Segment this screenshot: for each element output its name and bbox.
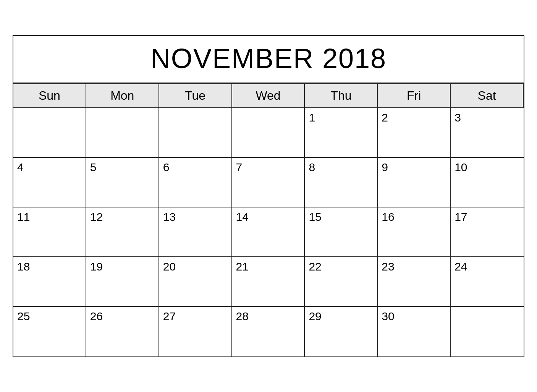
table-row: 4 bbox=[13, 158, 86, 207]
table-row: 13 bbox=[159, 207, 232, 257]
table-row: 2 bbox=[378, 108, 451, 158]
calendar-title: NOVEMBER 2018 bbox=[13, 36, 524, 83]
table-row bbox=[159, 108, 232, 158]
table-row: 12 bbox=[86, 207, 159, 257]
table-row: 28 bbox=[232, 307, 305, 356]
table-row: 1 bbox=[305, 108, 378, 158]
table-row: 7 bbox=[232, 158, 305, 207]
table-row bbox=[451, 307, 524, 356]
table-row: 25 bbox=[13, 307, 86, 356]
table-row: 23 bbox=[378, 257, 451, 307]
table-row: 24 bbox=[451, 257, 524, 307]
header-sat: Sat bbox=[451, 83, 524, 108]
calendar-container: NOVEMBER 2018 Sun Mon Tue Wed Thu Fri Sa… bbox=[13, 35, 524, 357]
header-sun: Sun bbox=[13, 83, 86, 108]
table-row: 18 bbox=[13, 257, 86, 307]
header-tue: Tue bbox=[159, 83, 232, 108]
table-row: 3 bbox=[451, 108, 524, 158]
table-row: 30 bbox=[378, 307, 451, 356]
table-row: 6 bbox=[159, 158, 232, 207]
table-row bbox=[13, 108, 86, 158]
table-row: 22 bbox=[305, 257, 378, 307]
table-row: 27 bbox=[159, 307, 232, 356]
table-row: 10 bbox=[451, 158, 524, 207]
table-row: 17 bbox=[451, 207, 524, 257]
calendar-grid: Sun Mon Tue Wed Thu Fri Sat 1 2 3 4 5 6 … bbox=[13, 83, 524, 356]
header-wed: Wed bbox=[232, 83, 305, 108]
table-row: 19 bbox=[86, 257, 159, 307]
table-row: 11 bbox=[13, 207, 86, 257]
table-row: 29 bbox=[305, 307, 378, 356]
header-thu: Thu bbox=[305, 83, 378, 108]
table-row: 20 bbox=[159, 257, 232, 307]
table-row: 16 bbox=[378, 207, 451, 257]
table-row bbox=[86, 108, 159, 158]
table-row bbox=[232, 108, 305, 158]
header-fri: Fri bbox=[378, 83, 451, 108]
table-row: 5 bbox=[86, 158, 159, 207]
table-row: 8 bbox=[305, 158, 378, 207]
table-row: 14 bbox=[232, 207, 305, 257]
table-row: 26 bbox=[86, 307, 159, 356]
table-row: 9 bbox=[378, 158, 451, 207]
table-row: 21 bbox=[232, 257, 305, 307]
table-row: 15 bbox=[305, 207, 378, 257]
header-mon: Mon bbox=[86, 83, 159, 108]
